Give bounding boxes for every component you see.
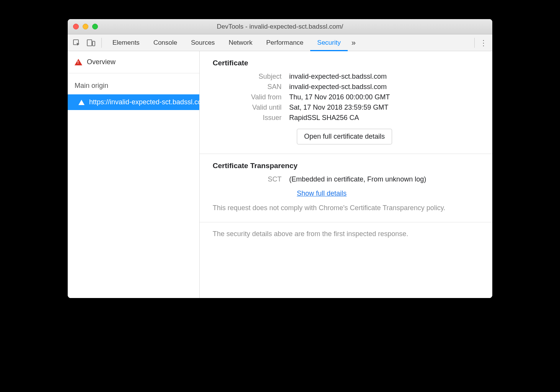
tab-sources[interactable]: Sources (184, 34, 221, 51)
warning-icon (75, 59, 82, 65)
ct-heading: Certificate Transparency (213, 162, 479, 170)
origin-item[interactable]: https://invalid-expected-sct.badssl.com (68, 94, 199, 110)
tab-network[interactable]: Network (222, 34, 259, 51)
main-origin-heading: Main origin (68, 73, 199, 94)
sct-label: SCT (213, 175, 289, 183)
titlebar: DevTools - invalid-expected-sct.badssl.c… (68, 19, 492, 34)
ct-row-sct: SCT (Embedded in certificate, From unkno… (213, 175, 479, 183)
cert-label: SAN (213, 83, 289, 91)
cert-label: Valid until (213, 104, 289, 112)
cert-value: invalid-expected-sct.badssl.com (289, 73, 387, 81)
cert-row-valid-from: Valid from Thu, 17 Nov 2016 00:00:00 GMT (213, 93, 479, 101)
sct-value: (Embedded in certificate, From unknown l… (289, 175, 426, 183)
svg-rect-1 (87, 40, 92, 46)
window-title: DevTools - invalid-expected-sct.badssl.c… (68, 23, 492, 31)
minimize-window-button[interactable] (83, 24, 88, 29)
devtools-window: DevTools - invalid-expected-sct.badssl.c… (68, 19, 492, 298)
cert-row-subject: Subject invalid-expected-sct.badssl.com (213, 73, 479, 81)
devtools-toolbar: Elements Console Sources Network Perform… (68, 34, 492, 51)
tab-performance[interactable]: Performance (259, 34, 310, 51)
security-details: Certificate Subject invalid-expected-sct… (200, 51, 492, 298)
tab-console[interactable]: Console (147, 34, 184, 51)
cert-label: Issuer (213, 114, 289, 122)
sidebar-overview[interactable]: Overview (68, 51, 199, 73)
cert-row-valid-until: Valid until Sat, 17 Nov 2018 23:59:59 GM… (213, 104, 479, 112)
ct-section: Certificate Transparency SCT (Embedded i… (200, 154, 492, 222)
tab-elements[interactable]: Elements (106, 34, 147, 51)
show-full-details-link[interactable]: Show full details (297, 190, 347, 198)
origin-url: https://invalid-expected-sct.badssl.com (89, 98, 199, 106)
zoom-window-button[interactable] (92, 24, 98, 29)
panel-tabs: Elements Console Sources Network Perform… (106, 34, 360, 51)
svg-rect-2 (93, 41, 95, 46)
cert-value: Sat, 17 Nov 2018 23:59:59 GMT (289, 104, 388, 112)
security-sidebar: Overview Main origin https://invalid-exp… (68, 51, 200, 298)
cert-label: Subject (213, 73, 289, 81)
separator (101, 38, 102, 48)
device-toolbar-icon[interactable] (85, 36, 98, 49)
cert-row-issuer: Issuer RapidSSL SHA256 CA (213, 114, 479, 122)
panel-body: Overview Main origin https://invalid-exp… (68, 51, 492, 298)
ct-compliance-note: This request does not comply with Chrome… (213, 203, 479, 213)
cert-label: Valid from (213, 93, 289, 101)
open-certificate-button[interactable]: Open full certificate details (297, 129, 392, 144)
overflow-tabs-button[interactable]: » (348, 34, 360, 51)
cert-value: Thu, 17 Nov 2016 00:00:00 GMT (289, 93, 390, 101)
cert-row-san: SAN invalid-expected-sct.badssl.com (213, 83, 479, 91)
cert-value: invalid-expected-sct.badssl.com (289, 83, 387, 91)
window-controls (73, 24, 98, 29)
footer-note: The security details above are from the … (200, 222, 492, 246)
inspect-element-icon[interactable] (70, 36, 83, 49)
certificate-section: Certificate Subject invalid-expected-sct… (200, 51, 492, 154)
certificate-heading: Certificate (213, 59, 479, 67)
separator (474, 38, 475, 48)
warning-icon (78, 100, 85, 105)
overview-label: Overview (87, 58, 116, 66)
tab-security[interactable]: Security (310, 34, 347, 51)
cert-value: RapidSSL SHA256 CA (289, 114, 359, 122)
more-options-icon[interactable]: ⋮ (477, 36, 490, 49)
close-window-button[interactable] (73, 24, 79, 29)
